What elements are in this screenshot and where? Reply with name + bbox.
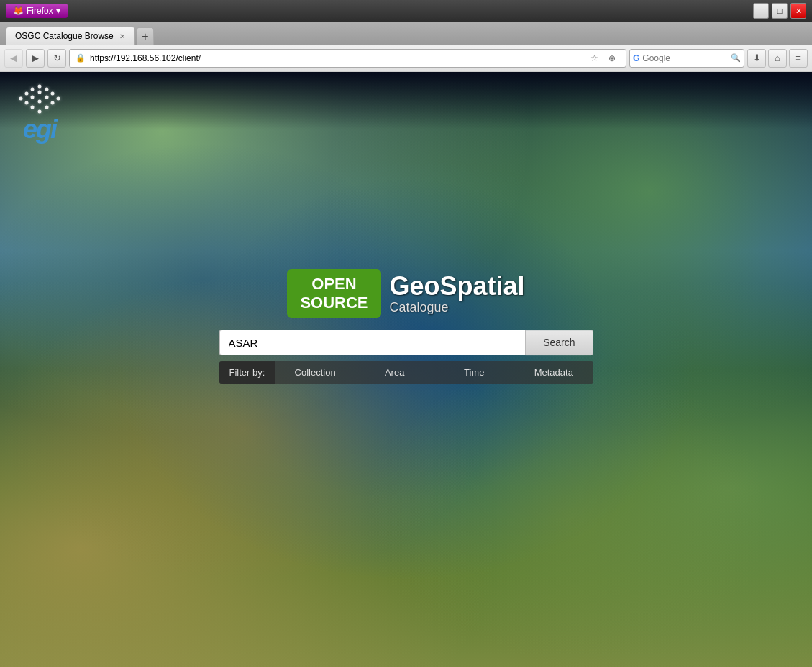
new-tab-button[interactable]: +: [137, 27, 154, 45]
ssl-lock-icon: 🔒: [76, 53, 86, 63]
egi-logo: egi: [11, 83, 68, 142]
browser-search-input[interactable]: [642, 53, 728, 63]
opensource-badge: OPEN SOURCE: [287, 269, 380, 319]
address-input[interactable]: [90, 53, 582, 63]
badge-line2: SOURCE: [300, 294, 368, 312]
svg-point-7: [31, 96, 35, 99]
menu-button[interactable]: ≡: [789, 49, 808, 68]
refresh-button[interactable]: ↻: [47, 49, 66, 68]
app-subtitle: Catalogue: [390, 300, 525, 315]
google-logo: G: [630, 53, 642, 63]
svg-point-6: [19, 97, 23, 101]
filter-label: Filter by:: [219, 361, 275, 384]
tab-close-button[interactable]: ✕: [119, 32, 125, 40]
browser-search-bar: G 🔍: [629, 49, 744, 68]
svg-point-15: [38, 110, 42, 114]
address-bar: 🔒 ☆ ⊕: [69, 49, 626, 68]
svg-point-3: [25, 92, 29, 96]
maximize-button[interactable]: □: [772, 3, 788, 19]
forward-button[interactable]: ▶: [26, 49, 45, 68]
center-content: OPEN SOURCE GeoSpatial Catalogue Search …: [219, 269, 593, 384]
badge-line1: OPEN: [300, 275, 368, 294]
browser-chrome: 🦊 Firefox ▾ — □ ✕ OSGC Catalogue Browse …: [0, 0, 812, 72]
search-area: Search Filter by: Collection Area Time M…: [219, 330, 593, 384]
address-bar-right: ☆ ⊕: [586, 50, 620, 66]
firefox-label: Firefox: [27, 6, 53, 16]
search-row: Search: [219, 330, 593, 355]
title-bar: 🦊 Firefox ▾ — □ ✕: [0, 0, 812, 22]
minimize-button[interactable]: —: [753, 3, 769, 19]
svg-point-10: [25, 101, 29, 105]
firefox-menu-button[interactable]: 🦊 Firefox ▾: [6, 4, 68, 18]
nav-bar: ◀ ▶ ↻ 🔒 ☆ ⊕ G 🔍 ⬇ ⌂ ≡: [0, 45, 812, 72]
nav-extra-buttons: ⬇ ⌂ ≡: [747, 49, 808, 68]
search-button[interactable]: Search: [525, 330, 593, 355]
window-controls: — □ ✕: [753, 3, 806, 19]
filter-area-button[interactable]: Area: [355, 361, 434, 384]
bookmark-icon[interactable]: ☆: [586, 50, 602, 66]
egi-dots-icon: [11, 83, 68, 115]
back-button[interactable]: ◀: [4, 49, 23, 68]
firefox-logo-icon: 🦊: [13, 6, 24, 16]
close-button[interactable]: ✕: [790, 3, 806, 19]
download-button[interactable]: ⬇: [747, 49, 766, 68]
content-area: egi OPEN SOURCE GeoSpatial Catalogue Sea…: [0, 72, 812, 667]
tab-bar: OSGC Catalogue Browse ✕ +: [0, 22, 812, 45]
svg-point-14: [45, 106, 49, 109]
svg-point-4: [38, 91, 42, 94]
filter-bar: Filter by: Collection Area Time Metadata: [219, 361, 593, 384]
svg-point-12: [51, 101, 55, 105]
svg-point-13: [31, 106, 35, 109]
svg-point-5: [51, 92, 55, 96]
earth-background: egi OPEN SOURCE GeoSpatial Catalogue Sea…: [0, 72, 812, 667]
tab-label: OSGC Catalogue Browse: [15, 31, 114, 41]
bookmark-fill-icon[interactable]: ⊕: [604, 50, 620, 66]
home-button[interactable]: ⌂: [768, 49, 787, 68]
svg-point-1: [31, 88, 35, 91]
geospatial-text: GeoSpatial Catalogue: [390, 272, 525, 316]
active-tab[interactable]: OSGC Catalogue Browse ✕: [6, 27, 135, 45]
main-search-input[interactable]: [219, 330, 526, 355]
app-logo: OPEN SOURCE GeoSpatial Catalogue: [287, 269, 524, 319]
filter-time-button[interactable]: Time: [434, 361, 514, 384]
browser-search-icon[interactable]: 🔍: [728, 53, 744, 63]
svg-point-0: [38, 85, 42, 89]
filter-metadata-button[interactable]: Metadata: [514, 361, 593, 384]
svg-point-11: [38, 100, 42, 104]
firefox-dropdown-icon: ▾: [56, 6, 60, 16]
svg-point-9: [57, 97, 60, 101]
svg-point-8: [45, 96, 49, 99]
app-title: GeoSpatial: [390, 272, 525, 301]
svg-point-2: [45, 88, 49, 91]
egi-text-label: egi: [23, 117, 56, 142]
filter-collection-button[interactable]: Collection: [275, 361, 355, 384]
